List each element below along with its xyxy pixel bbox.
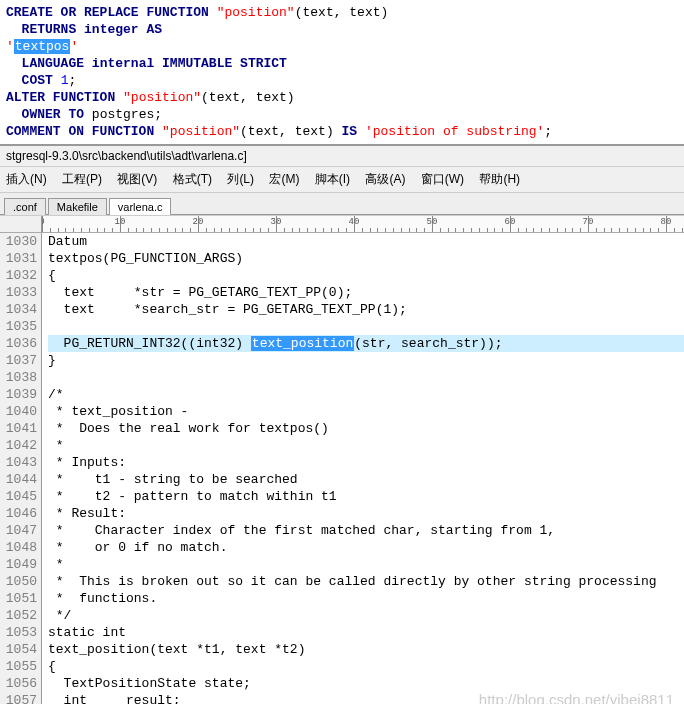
highlighted-match[interactable]: text_position (251, 336, 354, 351)
code-editor[interactable]: 1030103110321033103410351036103710381039… (0, 233, 684, 704)
menu-bar: 插入(N) 工程(P) 视图(V) 格式(T) 列(L) 宏(M) 脚本(I) … (0, 167, 684, 193)
menu-column[interactable]: 列(L) (227, 171, 254, 188)
menu-macro[interactable]: 宏(M) (269, 171, 299, 188)
selected-text[interactable]: textpos (14, 39, 71, 54)
code-line[interactable]: /* (48, 386, 684, 403)
code-line[interactable] (48, 369, 684, 386)
code-line[interactable]: text_position(text *t1, text *t2) (48, 641, 684, 658)
code-line[interactable]: text *search_str = PG_GETARG_TEXT_PP(1); (48, 301, 684, 318)
tab-varlena[interactable]: varlena.c (109, 198, 172, 215)
code-line[interactable]: * (48, 437, 684, 454)
code-line[interactable]: */ (48, 607, 684, 624)
sql-line: OWNER TO postgres; (6, 106, 678, 123)
sql-line: COST 1; (6, 72, 678, 89)
code-line[interactable]: { (48, 658, 684, 675)
sql-line: RETURNS integer AS (6, 21, 678, 38)
code-line[interactable]: TextPositionState state; (48, 675, 684, 692)
file-path-bar: stgresql-9.3.0\src\backend\utils\adt\var… (0, 145, 684, 167)
menu-script[interactable]: 脚本(I) (315, 171, 350, 188)
code-line[interactable]: * Result: (48, 505, 684, 522)
menu-window[interactable]: 窗口(W) (421, 171, 464, 188)
code-area[interactable]: Datumtextpos(PG_FUNCTION_ARGS){ text *st… (42, 233, 684, 704)
menu-view[interactable]: 视图(V) (117, 171, 157, 188)
code-line[interactable] (48, 318, 684, 335)
menu-insert[interactable]: 插入(N) (6, 171, 47, 188)
code-line[interactable]: text *str = PG_GETARG_TEXT_PP(0); (48, 284, 684, 301)
tab-makefile[interactable]: Makefile (48, 198, 107, 215)
menu-help[interactable]: 帮助(H) (479, 171, 520, 188)
sql-line: ALTER FUNCTION "position"(text, text) (6, 89, 678, 106)
code-line[interactable]: * Character index of the first matched c… (48, 522, 684, 539)
code-line[interactable]: * Does the real work for textpos() (48, 420, 684, 437)
code-line[interactable]: * text_position - (48, 403, 684, 420)
tab-bar: .conf Makefile varlena.c (0, 193, 684, 215)
line-number-gutter: 1030103110321033103410351036103710381039… (0, 233, 42, 704)
code-line[interactable]: int result; (48, 692, 684, 704)
code-line[interactable]: * (48, 556, 684, 573)
code-line[interactable]: * or 0 if no match. (48, 539, 684, 556)
sql-line: LANGUAGE internal IMMUTABLE STRICT (6, 55, 678, 72)
sql-definition-panel: CREATE OR REPLACE FUNCTION "position"(te… (0, 0, 684, 145)
code-line[interactable]: * This is broken out so it can be called… (48, 573, 684, 590)
code-line[interactable]: PG_RETURN_INT32((int32) text_position(st… (48, 335, 684, 352)
code-line[interactable]: textpos(PG_FUNCTION_ARGS) (48, 250, 684, 267)
tab-conf[interactable]: .conf (4, 198, 46, 215)
sql-line: CREATE OR REPLACE FUNCTION "position"(te… (6, 4, 678, 21)
code-line[interactable]: static int (48, 624, 684, 641)
menu-advanced[interactable]: 高级(A) (365, 171, 405, 188)
code-line[interactable]: { (48, 267, 684, 284)
code-line[interactable]: Datum (48, 233, 684, 250)
sql-line: COMMENT ON FUNCTION "position"(text, tex… (6, 123, 678, 140)
code-line[interactable]: * Inputs: (48, 454, 684, 471)
code-line[interactable]: } (48, 352, 684, 369)
code-line[interactable]: * t2 - pattern to match within t1 (48, 488, 684, 505)
code-line[interactable]: * functions. (48, 590, 684, 607)
menu-project[interactable]: 工程(P) (62, 171, 102, 188)
ruler: 01020304050607080 (0, 215, 684, 233)
sql-line: 'textpos' (6, 38, 678, 55)
code-line[interactable]: * t1 - string to be searched (48, 471, 684, 488)
menu-format[interactable]: 格式(T) (173, 171, 212, 188)
